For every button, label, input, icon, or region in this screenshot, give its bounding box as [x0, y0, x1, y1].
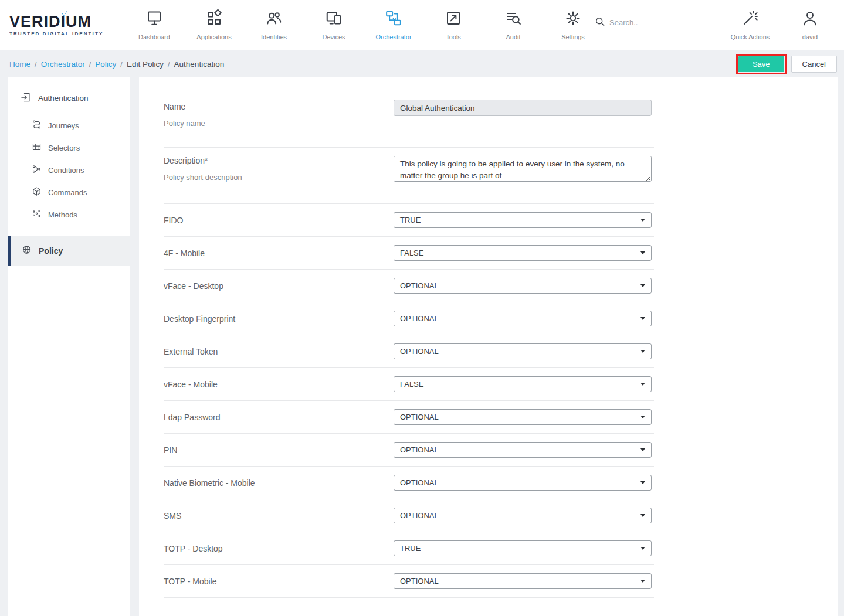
devices-icon	[325, 9, 343, 29]
sidebar-item-journeys[interactable]: Journeys	[8, 114, 130, 137]
sidebar-item-authentication[interactable]: Authentication	[8, 82, 130, 114]
cancel-button[interactable]: Cancel	[791, 56, 837, 73]
sidebar-item-label: Journeys	[48, 121, 79, 130]
breadcrumb-home[interactable]: Home	[9, 60, 30, 69]
select-dropdown[interactable]: TRUE	[394, 540, 652, 556]
name-label: Name	[164, 102, 394, 111]
select-dropdown[interactable]: FALSE	[394, 376, 652, 392]
select-dropdown[interactable]: OPTIONAL	[394, 311, 652, 326]
nav-item-audit[interactable]: Audit	[492, 9, 534, 40]
save-button[interactable]: Save	[738, 56, 784, 72]
globe-shield-icon	[21, 244, 32, 257]
top-right-area: Quick Actions david	[594, 9, 831, 40]
field-label: vFace - Mobile	[164, 380, 394, 389]
breadcrumb-separator: /	[35, 60, 37, 69]
nav-label: Orchestrator	[375, 33, 411, 40]
sidebar-item-policy[interactable]: Policy	[8, 236, 130, 266]
sidebar-item-methods[interactable]: Methods	[8, 203, 130, 226]
nav-item-orchestrator[interactable]: Orchestrator	[372, 9, 415, 40]
breadcrumb-separator: /	[120, 60, 123, 69]
sidebar-item-label: Methods	[48, 210, 77, 219]
policy-description-textarea[interactable]: This policy is going to be applied to ev…	[394, 156, 652, 182]
breadcrumb-orchestrator[interactable]: Orchestrator	[41, 60, 85, 69]
chevron-down-icon	[640, 547, 645, 550]
chevron-down-icon	[640, 514, 645, 517]
brand-logo[interactable]: VERIDIUM TRUSTED DIGITAL IDENTITY	[9, 14, 117, 36]
form-row: SMS OPTIONAL	[164, 499, 654, 532]
chevron-down-icon	[640, 219, 645, 222]
select-dropdown[interactable]: OPTIONAL	[394, 343, 652, 359]
policy-name-input[interactable]	[394, 100, 652, 116]
form-row-description: Description* Policy short description Th…	[164, 148, 654, 204]
save-highlight-annotation: Save	[736, 54, 787, 74]
select-value: FALSE	[400, 380, 423, 389]
select-value: OPTIONAL	[400, 347, 439, 356]
nav-item-devices[interactable]: Devices	[313, 9, 355, 40]
select-dropdown[interactable]: TRUE	[394, 212, 652, 228]
nav-label: Applications	[196, 33, 231, 40]
description-sublabel: Policy short description	[164, 173, 394, 182]
nav-label: Dashboard	[138, 33, 170, 40]
nav-item-settings[interactable]: Settings	[552, 9, 594, 40]
breadcrumb-authentication: Authentication	[174, 60, 225, 69]
sidebar-item-conditions[interactable]: Conditions	[8, 159, 130, 181]
table-icon	[32, 142, 42, 154]
select-dropdown[interactable]: OPTIONAL	[394, 475, 652, 491]
chevron-down-icon	[640, 383, 645, 386]
select-dropdown[interactable]: OPTIONAL	[394, 278, 652, 294]
sidebar-item-commands[interactable]: Commands	[8, 181, 130, 203]
field-label: TOTP - Desktop	[164, 544, 394, 553]
chevron-down-icon	[640, 317, 645, 320]
sidebar-header-label: Authentication	[38, 94, 89, 103]
select-dropdown[interactable]: FALSE	[394, 245, 652, 261]
select-value: TRUE	[400, 544, 421, 553]
nav-item-identities[interactable]: Identities	[253, 9, 295, 40]
monitor-icon	[145, 9, 163, 29]
brand-tagline: TRUSTED DIGITAL IDENTITY	[9, 31, 117, 36]
users-icon	[265, 9, 283, 29]
route-icon	[32, 120, 42, 131]
main-nav: Dashboard Applications Identities Device…	[133, 9, 594, 40]
breadcrumb-policy[interactable]: Policy	[95, 60, 116, 69]
sidebar-item-label: Conditions	[48, 166, 84, 175]
nav-item-dashboard[interactable]: Dashboard	[133, 9, 175, 40]
user-menu[interactable]: david	[789, 9, 831, 40]
field-label: TOTP - Mobile	[164, 577, 394, 586]
breadcrumb-separator: /	[89, 60, 91, 69]
search-box	[594, 15, 711, 30]
breadcrumb-separator: /	[168, 60, 170, 69]
form-row: vFace - Mobile FALSE	[164, 368, 654, 401]
quick-actions-label: Quick Actions	[731, 33, 770, 40]
description-label: Description*	[164, 156, 394, 165]
top-bar: VERIDIUM TRUSTED DIGITAL IDENTITY Dashbo…	[0, 0, 844, 50]
chevron-down-icon	[640, 416, 645, 418]
field-label: Desktop Fingerprint	[164, 314, 394, 324]
name-sublabel: Policy name	[164, 119, 394, 128]
form-row: vFace - Desktop OPTIONAL	[164, 270, 654, 302]
select-dropdown[interactable]: OPTIONAL	[394, 573, 652, 589]
search-input[interactable]	[606, 15, 711, 30]
breadcrumb-bar: Home / Orchestrator / Policy / Edit Poli…	[0, 50, 844, 77]
user-name-label: david	[802, 33, 818, 40]
magic-wand-icon	[741, 9, 759, 29]
sidebar: Authentication Journeys Selectors Condit…	[8, 77, 130, 616]
nav-label: Audit	[506, 33, 520, 40]
form-row: Desktop Fingerprint OPTIONAL	[164, 302, 654, 335]
flow-icon	[385, 9, 402, 29]
nav-item-tools[interactable]: Tools	[432, 9, 474, 40]
nav-label: Settings	[561, 33, 585, 40]
field-label: FIDO	[164, 216, 394, 225]
select-dropdown[interactable]: OPTIONAL	[394, 508, 652, 523]
field-label: 4F - Mobile	[164, 249, 394, 258]
breadcrumb-edit-policy: Edit Policy	[127, 60, 164, 69]
sidebar-item-selectors[interactable]: Selectors	[8, 137, 130, 159]
quick-actions-button[interactable]: Quick Actions	[729, 9, 771, 40]
form-row: Ldap Password OPTIONAL	[164, 401, 654, 434]
nav-item-applications[interactable]: Applications	[193, 9, 235, 40]
select-dropdown[interactable]: OPTIONAL	[394, 442, 652, 458]
select-dropdown[interactable]: OPTIONAL	[394, 409, 652, 425]
form-row: TOTP - Mobile OPTIONAL	[164, 565, 654, 598]
form-row: 4F - Mobile FALSE	[164, 237, 654, 270]
app-grid-icon	[205, 9, 223, 29]
field-label: External Token	[164, 347, 394, 356]
